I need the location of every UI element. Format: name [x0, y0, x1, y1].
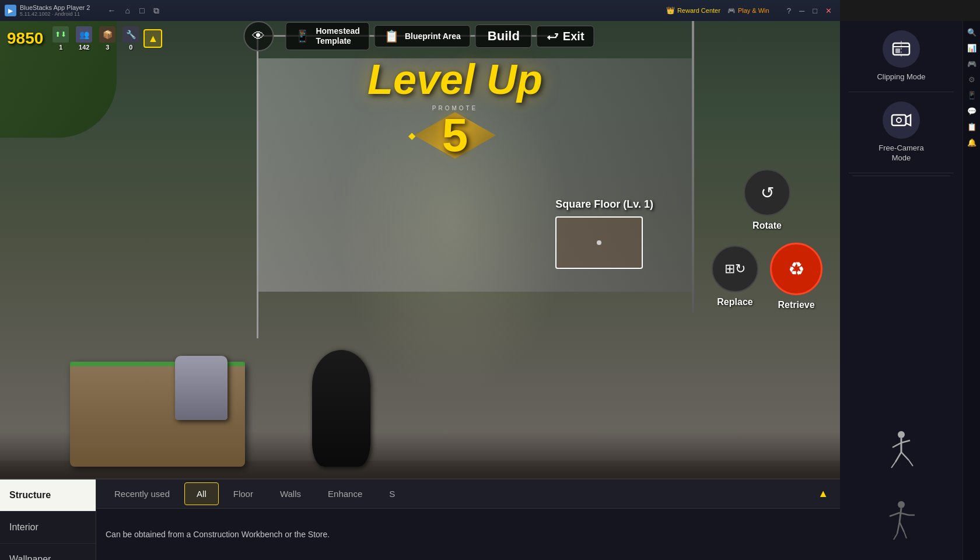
svg-rect-4: [892, 115, 906, 125]
character-sniper-button[interactable]: [849, 490, 954, 551]
center-nav-buttons: 👁 📱 HomesteadTemplate 📋 Blueprint Area B…: [243, 21, 596, 51]
character-run-button[interactable]: [849, 420, 954, 481]
replace-icon-circle: ⊞↻: [712, 246, 758, 292]
info-bar: Can be obtained from a Construction Work…: [96, 509, 840, 560]
bluestacks-panel: Clipping Mode Free-CameraMode: [840, 21, 963, 560]
thin-icon-5[interactable]: 📱: [966, 89, 978, 102]
clipping-mode-icon: [891, 38, 912, 60]
robot: [175, 356, 228, 420]
blueprint-area-button[interactable]: 📋 Blueprint Area: [374, 25, 471, 47]
tab-arrow-up[interactable]: ▲: [811, 484, 835, 503]
hud-icon-tool: 🔧: [123, 26, 139, 43]
hud-val-3: 3: [106, 44, 109, 51]
eye-icon: 👁: [252, 29, 265, 44]
tab-s-label: S: [389, 489, 395, 499]
nav-home-button[interactable]: ⌂: [121, 4, 133, 18]
thin-icon-8[interactable]: 🔔: [966, 136, 978, 149]
free-camera-icon: [891, 110, 912, 131]
svg-line-9: [892, 443, 901, 447]
tab-all-label: All: [197, 489, 206, 499]
sniper-figure-icon: [887, 500, 916, 541]
svg-line-14: [909, 460, 913, 466]
running-figure-icon: [887, 430, 916, 471]
hud-icons: ⬆⬇ 1 👥 142 📦 3 🔧 0: [52, 26, 139, 51]
thin-icon-2[interactable]: 📊: [966, 41, 978, 55]
bluestacks-icon: ▶: [5, 5, 16, 16]
tab-enhance[interactable]: Enhance: [316, 482, 374, 505]
exit-arrow-icon: ⮐: [547, 30, 558, 43]
homestead-icon: 📱: [295, 29, 310, 43]
hud-icon-group-4: 🔧 0: [123, 26, 139, 51]
tab-floor[interactable]: Floor: [221, 482, 265, 505]
nav-back-button[interactable]: ←: [104, 4, 119, 18]
level-diamond-container: PROMOTE ◆ 5: [397, 100, 513, 170]
nav-copy-button[interactable]: ⧉: [150, 4, 163, 18]
hud-icon-group-2: 👥 142: [76, 26, 92, 51]
panel-separator: [852, 176, 950, 176]
retrieve-button[interactable]: ♻ Retrieve: [770, 243, 822, 310]
tab-recently-used-label: Recently used: [114, 489, 170, 499]
game-viewport: ▶ BlueStacks App Player 2 5.11.42.1002 ·…: [0, 0, 840, 560]
right-action-buttons: ↺ Rotate ⊞↻ Replace ♻ Retrieve: [712, 169, 822, 310]
exit-button[interactable]: ⮐ Exit: [537, 26, 594, 47]
floor-title: Square Floor (Lv. 1): [555, 198, 653, 211]
thin-icon-bar: 🔍 📊 🎮 ⚙ 📱 💬 📋 🔔: [963, 21, 980, 560]
eye-button[interactable]: 👁: [243, 21, 274, 51]
help-button[interactable]: ?: [783, 5, 794, 16]
blueprint-area-label: Blueprint Area: [405, 32, 461, 41]
thin-icon-4[interactable]: ⚙: [966, 73, 978, 86]
thin-icon-1[interactable]: 🔍: [966, 26, 978, 39]
category-wallpaper[interactable]: Wallpaper: [0, 544, 96, 560]
category-interior[interactable]: Interior: [0, 512, 96, 544]
svg-line-21: [900, 522, 904, 532]
wall-panel: [257, 35, 258, 338]
hud-icon-box: 📦: [99, 26, 116, 43]
svg-point-15: [898, 501, 905, 508]
thin-icon-6[interactable]: 💬: [966, 104, 978, 118]
top-bar-nav: ← ⌂ □ ⧉: [104, 4, 163, 18]
metal-wall-vertical: [692, 21, 694, 313]
play-win-button[interactable]: 🎮 Play & Win: [727, 7, 769, 15]
free-camera-mode-button[interactable]: Free-CameraMode: [849, 92, 954, 173]
tab-recently-used[interactable]: Recently used: [102, 482, 182, 505]
tab-all[interactable]: All: [184, 482, 219, 505]
bottom-content: Recently used All Floor Walls Enhance S …: [96, 480, 840, 560]
svg-line-10: [901, 440, 910, 443]
build-label: Build: [488, 29, 520, 43]
reward-crown-icon: 👑: [666, 6, 675, 15]
homestead-template-label: HomesteadTemplate: [316, 26, 359, 46]
category-sidebar: Structure Interior Wallpaper: [0, 480, 96, 560]
thin-icon-3[interactable]: 🎮: [966, 57, 978, 71]
svg-point-7: [898, 431, 905, 438]
rotate-button[interactable]: ↺ Rotate: [744, 169, 790, 231]
top-bar: ▶ BlueStacks App Player 2 5.11.42.1002 ·…: [0, 0, 840, 21]
top-action-group: ↺ Rotate: [744, 169, 790, 231]
category-structure[interactable]: Structure: [0, 480, 96, 512]
info-text: Can be obtained from a Construction Work…: [106, 530, 330, 539]
reward-center-button[interactable]: 👑 Reward Center: [666, 6, 720, 15]
hud-val-2: 142: [79, 44, 89, 51]
player-character: [312, 350, 370, 467]
hud-val-4: 0: [129, 44, 132, 51]
close-button[interactable]: ✕: [822, 5, 835, 16]
svg-line-17: [890, 513, 900, 516]
retrieve-icon-circle: ♻: [770, 243, 822, 295]
build-button[interactable]: Build: [475, 24, 532, 48]
floor-dot: [597, 240, 601, 245]
floor-preview: [555, 216, 643, 269]
replace-button[interactable]: ⊞↻ Replace: [712, 246, 758, 307]
nav-window-button[interactable]: □: [136, 4, 148, 18]
level-number: 5: [442, 112, 468, 159]
minimize-button[interactable]: ─: [796, 5, 808, 16]
tab-s[interactable]: S: [377, 482, 407, 505]
homestead-template-button[interactable]: 📱 HomesteadTemplate: [285, 22, 369, 50]
tab-walls[interactable]: Walls: [268, 482, 313, 505]
arrow-up-button[interactable]: ▲: [144, 29, 162, 48]
maximize-button[interactable]: □: [809, 5, 821, 16]
thin-icon-7[interactable]: 📋: [966, 120, 978, 134]
app-subtitle: 5.11.42.1002 · Android 11: [20, 11, 90, 17]
svg-line-20: [897, 522, 900, 534]
clipping-mode-button[interactable]: Clipping Mode: [849, 21, 954, 92]
hud-val-1: 1: [59, 44, 62, 51]
tab-walls-label: Walls: [280, 489, 301, 499]
